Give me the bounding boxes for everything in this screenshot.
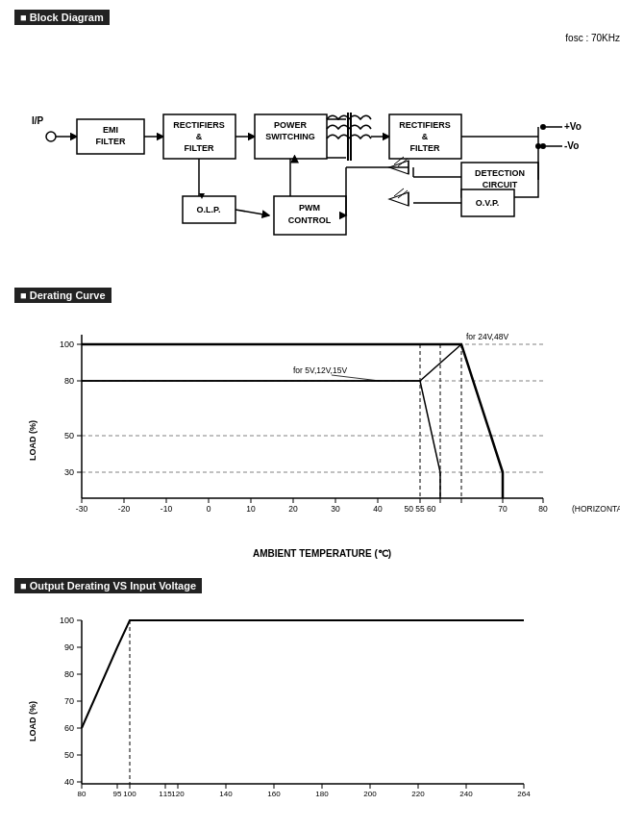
svg-text:-30: -30 <box>76 504 88 514</box>
opto-lower <box>389 192 409 206</box>
svg-line-77 <box>332 375 380 381</box>
vpos-dot <box>540 124 546 130</box>
svg-text:180: 180 <box>315 790 329 798</box>
svg-point-19 <box>535 143 541 149</box>
ip-circle <box>46 132 56 141</box>
output-derating-svg: LOAD (%) 100 90 80 70 60 50 40 <box>24 606 620 827</box>
svg-text:-20: -20 <box>118 504 131 514</box>
curve-5v-alt <box>82 381 440 498</box>
svg-text:240: 240 <box>459 790 473 798</box>
svg-text:EMI: EMI <box>103 125 118 135</box>
svg-text:200: 200 <box>363 790 377 798</box>
curve-5v-12v-15v <box>82 344 461 381</box>
svg-text:&: & <box>196 132 203 141</box>
derating-curve-title: Derating Curve <box>14 288 111 303</box>
svg-text:100: 100 <box>60 616 74 625</box>
block-diagram-section: Block Diagram fosc : 70KHz I/P EMI FILTE… <box>14 10 630 268</box>
svg-text:70: 70 <box>498 504 508 514</box>
derating-x-label: AMBIENT TEMPERATURE (℃) <box>24 548 620 559</box>
derating-curve-section: Derating Curve LOAD (%) 100 80 50 <box>14 288 630 559</box>
block-diagram-title: Block Diagram <box>14 10 110 25</box>
output-derating-curve <box>82 620 524 728</box>
ip-label: I/P <box>32 115 44 126</box>
svg-text:RECTIFIERS: RECTIFIERS <box>399 120 451 130</box>
svg-text:FILTER: FILTER <box>185 143 214 153</box>
svg-text:60: 60 <box>64 723 74 733</box>
derating-chart-svg: LOAD (%) 100 80 50 30 <box>24 315 620 546</box>
svg-text:-10: -10 <box>161 504 173 514</box>
svg-text:100: 100 <box>123 790 136 798</box>
svg-text:160: 160 <box>267 790 281 798</box>
vpos-label: +Vo <box>564 121 582 132</box>
svg-text:FILTER: FILTER <box>410 143 440 153</box>
svg-text:30: 30 <box>64 467 74 477</box>
vneg-label: -Vo <box>564 140 579 151</box>
svg-text:0: 0 <box>207 504 211 514</box>
svg-text:30: 30 <box>331 504 340 514</box>
svg-text:&: & <box>422 132 429 141</box>
svg-text:20: 20 <box>288 504 298 514</box>
svg-text:10: 10 <box>246 504 256 514</box>
svg-text:SWITCHING: SWITCHING <box>265 132 315 141</box>
svg-text:95: 95 <box>113 790 122 798</box>
svg-text:FILTER: FILTER <box>96 137 126 146</box>
derating-y-label: LOAD (%) <box>28 420 37 461</box>
output-y-label: LOAD (%) <box>28 701 37 742</box>
annotation-24v: for 24V,48V <box>466 332 508 341</box>
svg-text:CIRCUIT: CIRCUIT <box>483 180 518 189</box>
svg-text:40: 40 <box>373 504 383 514</box>
derating-chart-container: LOAD (%) 100 80 50 30 <box>24 315 620 559</box>
svg-text:50 55 60: 50 55 60 <box>404 504 435 514</box>
svg-text:POWER: POWER <box>274 120 308 130</box>
svg-text:90: 90 <box>64 642 74 652</box>
svg-text:O.L.P.: O.L.P. <box>197 205 221 214</box>
svg-text:O.V.P.: O.V.P. <box>476 198 500 208</box>
svg-text:40: 40 <box>64 777 74 787</box>
svg-text:264: 264 <box>517 790 531 798</box>
svg-text:50: 50 <box>64 431 74 440</box>
svg-text:RECTIFIERS: RECTIFIERS <box>173 120 225 130</box>
svg-text:80: 80 <box>78 790 87 798</box>
svg-text:115: 115 <box>159 790 172 798</box>
output-derating-section: Output Derating VS Input Voltage LOAD (%… <box>14 578 630 830</box>
svg-text:220: 220 <box>411 790 425 798</box>
svg-text:120: 120 <box>171 790 185 798</box>
output-derating-title: Output Derating VS Input Voltage <box>14 578 202 593</box>
svg-text:DETECTION: DETECTION <box>475 168 525 178</box>
svg-text:CONTROL: CONTROL <box>288 215 332 225</box>
svg-text:50: 50 <box>64 750 74 760</box>
transformer-coil-right <box>349 115 371 119</box>
svg-text:70: 70 <box>64 696 74 706</box>
svg-text:80: 80 <box>64 376 74 386</box>
svg-text:100: 100 <box>60 340 74 349</box>
svg-text:80: 80 <box>538 504 548 514</box>
output-derating-container: LOAD (%) 100 90 80 70 60 50 40 <box>24 606 620 830</box>
svg-text:PWM: PWM <box>299 203 320 213</box>
fosc-label: fosc : 70KHz <box>14 33 630 43</box>
block-diagram-svg: I/P EMI FILTER RECTIFIERS & FILTER POWER… <box>14 47 634 268</box>
svg-text:(HORIZONTAL): (HORIZONTAL) <box>572 504 620 514</box>
line-olp-pwm <box>235 210 269 215</box>
svg-text:80: 80 <box>64 669 74 679</box>
annotation-5v: for 5V,12V,15V <box>293 365 347 375</box>
svg-text:140: 140 <box>219 790 233 798</box>
